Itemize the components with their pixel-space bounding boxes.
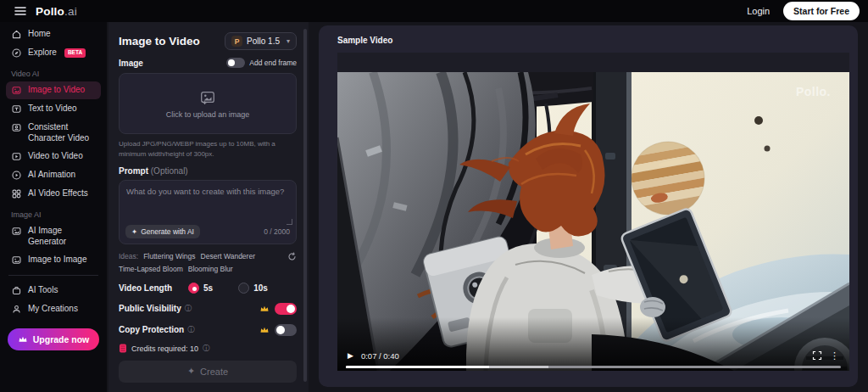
time-display: 0:07 / 0:40: [361, 351, 399, 361]
sidebar-label: Text to Video: [28, 104, 77, 115]
idea-chip[interactable]: Fluttering Wings: [143, 252, 195, 260]
ai-tools-icon: [11, 285, 22, 296]
public-visibility-toggle[interactable]: [275, 303, 297, 315]
info-icon[interactable]: ⓘ: [187, 325, 195, 335]
fullscreen-icon: [812, 350, 822, 361]
start-for-free-button[interactable]: Start for Free: [783, 2, 860, 20]
generator-scrollbar[interactable]: [303, 29, 307, 382]
premium-crown-icon: [259, 304, 270, 314]
upload-image-icon: [199, 89, 216, 106]
ai-video-effects-icon: [11, 188, 22, 199]
more-options-button[interactable]: ⋮: [830, 350, 839, 361]
video-controls: ▶ 0:07 / 0:40 ⋮: [337, 347, 849, 364]
video-length-label: Video Length: [119, 283, 188, 293]
sidebar-item-text-to-video[interactable]: Text to Video: [6, 100, 101, 118]
crown-icon: [18, 334, 28, 344]
textarea-resize-handle[interactable]: [287, 219, 292, 225]
character-video-icon: [11, 122, 22, 133]
hamburger-menu-icon[interactable]: [14, 4, 27, 18]
info-icon[interactable]: ⓘ: [185, 304, 192, 314]
login-button[interactable]: Login: [747, 6, 770, 16]
prompt-box: ✦ Generate with AI 0 / 2000: [119, 180, 297, 244]
prompt-input[interactable]: [126, 187, 289, 216]
toggle-knob: [287, 305, 295, 313]
credits-required-text: Credits required: 10: [131, 344, 198, 353]
copy-protection-toggle[interactable]: [275, 324, 297, 336]
idea-chip[interactable]: Time-Lapsed Bloom: [119, 265, 183, 273]
add-end-frame-label: Add end frame: [249, 59, 297, 67]
sidebar: Home Explore BETA Video AI Image to Vide…: [0, 22, 107, 392]
sidebar-label: AI Animation: [28, 170, 75, 181]
sidebar-item-home[interactable]: Home: [6, 25, 101, 43]
sidebar-item-my-creations[interactable]: My Creations: [6, 300, 101, 318]
sidebar-item-ai-tools[interactable]: AI Tools: [6, 282, 101, 300]
brand-logo[interactable]: Pollo.ai: [36, 5, 77, 18]
sidebar-label: Video to Video: [28, 151, 83, 162]
brand-name: Pollo: [36, 5, 64, 18]
radio-selected: [188, 283, 199, 294]
sidebar-label: AI Image Generator: [28, 226, 96, 247]
copy-protection-label: Copy Protection: [119, 325, 184, 334]
sidebar-item-ai-video-effects[interactable]: AI Video Effects: [6, 185, 101, 203]
upgrade-now-button[interactable]: Upgrade now: [8, 328, 99, 350]
sidebar-label: AI Tools: [28, 285, 58, 296]
sidebar-label: Home: [28, 29, 51, 40]
generate-with-ai-button[interactable]: ✦ Generate with AI: [125, 225, 200, 238]
generator-panel: Image to Video P Pollo 1.5 ▾ Image Add e…: [108, 22, 309, 392]
idea-chip[interactable]: Desert Wanderer: [201, 252, 255, 260]
image-label: Image: [119, 59, 143, 68]
brand-suffix: .ai: [64, 5, 77, 18]
image-upload-dropzone[interactable]: Click to upload an image: [119, 73, 297, 134]
idea-chip[interactable]: Blooming Blur: [188, 265, 233, 273]
app-root: Pollo.ai Login Start for Free Home Explo…: [0, 0, 868, 392]
progress-bar[interactable]: [346, 366, 841, 368]
sidebar-item-image-to-image[interactable]: Image to Image: [6, 251, 101, 269]
compass-icon: [11, 48, 22, 59]
sidebar-item-ai-image-generator[interactable]: AI Image Generator: [6, 222, 101, 250]
toggle-knob: [276, 326, 285, 334]
radio-unselected: [238, 283, 249, 294]
ideas-label: Ideas:: [119, 252, 138, 260]
create-label: Create: [200, 367, 228, 377]
refresh-ideas-icon[interactable]: [287, 252, 297, 261]
panel-title: Image to Video: [119, 35, 200, 48]
sidebar-label: Image to Image: [28, 255, 86, 266]
progress-played: [346, 366, 489, 368]
upgrade-label: Upgrade now: [33, 334, 90, 344]
public-visibility-label: Public Visibility: [119, 304, 181, 313]
play-button[interactable]: ▶: [348, 351, 353, 360]
model-selector[interactable]: P Pollo 1.5 ▾: [225, 32, 297, 50]
model-name: Pollo 1.5: [247, 36, 280, 46]
sidebar-item-explore[interactable]: Explore BETA: [6, 44, 101, 62]
generate-ai-label: Generate with AI: [141, 227, 194, 236]
toggle-knob: [228, 59, 235, 66]
video-frame-astronaut-scene: [337, 53, 849, 371]
sidebar-label: My Creations: [28, 304, 78, 315]
sidebar-item-consistent-character-video[interactable]: Consistent Character Video: [6, 119, 101, 147]
prompt-optional-label: (Optional): [151, 166, 188, 176]
home-icon: [11, 29, 22, 40]
sidebar-item-image-to-video[interactable]: Image to Video: [6, 81, 101, 99]
add-end-frame-toggle[interactable]: [226, 58, 245, 68]
sidebar-label: Image to Video: [28, 85, 85, 96]
sample-video-player[interactable]: Pollo. ▶ 0:07 / 0:40 ⋮: [337, 53, 849, 371]
ideas-row: Ideas:Fluttering WingsDesert Wanderer Ti…: [119, 250, 297, 276]
text-to-video-icon: [11, 104, 22, 115]
chevron-down-icon: ▾: [287, 37, 290, 45]
length-option-10s[interactable]: 10s: [238, 283, 268, 294]
pollo-watermark: Pollo.: [796, 85, 831, 98]
sidebar-section-video-ai: Video AI: [11, 70, 96, 78]
pollo-model-icon: P: [231, 36, 242, 47]
fullscreen-button[interactable]: [812, 350, 822, 361]
sidebar-item-video-to-video[interactable]: Video to Video: [6, 148, 101, 165]
length-5s-label: 5s: [203, 283, 213, 293]
info-icon[interactable]: ⓘ: [203, 344, 210, 354]
length-option-5s[interactable]: 5s: [188, 283, 213, 294]
character-counter: 0 / 2000: [264, 227, 290, 236]
my-creations-icon: [11, 304, 22, 315]
sidebar-divider: [8, 275, 98, 276]
sidebar-item-ai-animation[interactable]: AI Animation: [6, 166, 101, 184]
sidebar-label: AI Video Effects: [28, 188, 88, 199]
credits-icon: [119, 344, 127, 353]
create-button[interactable]: ✦ Create: [119, 361, 297, 383]
